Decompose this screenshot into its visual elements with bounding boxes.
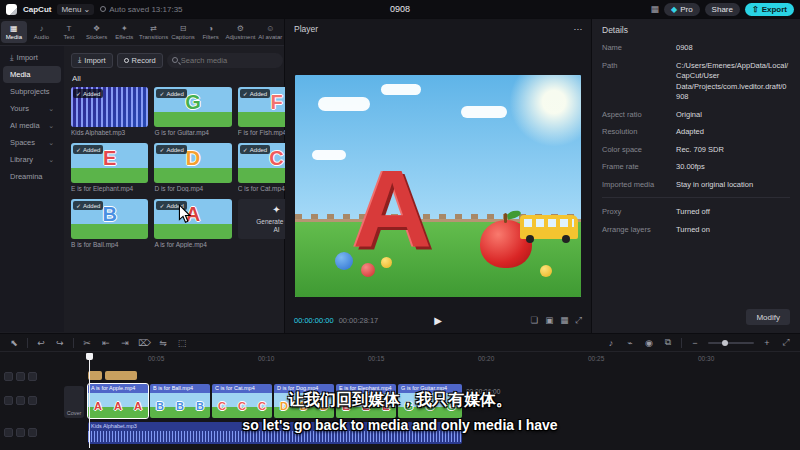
check-icon: ✓ (76, 146, 81, 153)
divider (602, 197, 790, 198)
detail-row-path: PathC:/Users/Emenes/AppData/Local/CapCut… (602, 61, 790, 103)
mouse-cursor (178, 204, 192, 224)
check-icon: ✓ (243, 146, 248, 153)
media-item[interactable]: ✓Added G G is for Guitar.mp4 (154, 87, 231, 136)
zoom-out-icon[interactable]: − (689, 338, 701, 348)
video-thumbnail: ✓Added B (71, 199, 148, 239)
captions-icon: ⊟ (180, 25, 187, 33)
text-clip[interactable] (88, 371, 102, 380)
filters-icon: ◑ (208, 25, 213, 33)
tab-media[interactable]: ▦Media (1, 21, 27, 43)
tab-adjustment[interactable]: ⚙Adjustment (225, 21, 255, 43)
sidebar-item-yours[interactable]: Yours⌄ (3, 100, 61, 117)
check-icon: ✓ (76, 202, 81, 209)
tab-stickers[interactable]: ❖Stickers (84, 21, 110, 43)
fit-timeline-icon[interactable]: ⤢ (780, 337, 792, 348)
cloud (312, 150, 346, 160)
mute-track-icon[interactable]: ♪ (605, 338, 617, 348)
subtitle-chinese: 让我们回到媒体，我只有媒体。 (0, 390, 800, 411)
ratio-icon[interactable]: ▣ (545, 315, 553, 326)
sidebar-item-subprojects[interactable]: Subprojects (3, 83, 61, 100)
record-icon (124, 58, 129, 63)
sidebar-item-import[interactable]: ⤓Import (3, 49, 61, 66)
video-preview[interactable]: A (295, 75, 581, 297)
modify-button[interactable]: Modify (746, 309, 790, 325)
track-lock-icon[interactable] (28, 372, 37, 381)
capcut-logo-icon (6, 4, 17, 15)
media-item[interactable]: ✓Added A A is for Apple.mp4 (154, 199, 231, 248)
ruler-tick: 00:05 (148, 355, 164, 362)
record-button[interactable]: Record (117, 53, 163, 68)
tab-filters[interactable]: ◑Filters (198, 21, 224, 43)
timeline-ruler[interactable]: 00:05 00:10 00:15 00:20 00:25 00:30 (0, 353, 800, 365)
select-tool-icon[interactable]: ⬉ (8, 338, 20, 348)
sparkle-icon: ✦ (272, 204, 280, 215)
delete-left-icon[interactable]: ⇤ (100, 338, 112, 348)
split-icon[interactable]: ✂ (81, 338, 93, 348)
snap-icon[interactable]: ⧉ (662, 337, 674, 348)
link-icon[interactable]: ⌁ (624, 338, 636, 348)
check-icon: ✓ (159, 90, 164, 97)
zoom-knob[interactable] (722, 340, 728, 346)
track-hide-icon[interactable] (4, 372, 13, 381)
media-item[interactable]: ✓Added E E is for Elephant.mp4 (71, 143, 148, 192)
tab-effects[interactable]: ✦Effects (111, 21, 137, 43)
tab-captions[interactable]: ⊟Captions (170, 21, 196, 43)
media-item[interactable]: ✓Added B B is for Ball.mp4 (71, 199, 148, 248)
video-thumbnail: ✓Added D (154, 143, 231, 183)
sidebar-item-ai-media[interactable]: AI media⌄ (3, 117, 61, 134)
import-icon: ⤓ (78, 55, 81, 65)
detail-row-imported-media: Imported mediaStay in original location (602, 180, 790, 191)
delete-icon[interactable]: ⌦ (138, 338, 150, 348)
mirror-icon[interactable]: ⇋ (157, 338, 169, 348)
fullscreen-icon[interactable]: ⤢ (575, 315, 582, 326)
undo-icon[interactable]: ↩ (35, 338, 47, 348)
import-icon: ⤓ (10, 53, 14, 63)
layout-icon[interactable]: ▦ (650, 4, 659, 14)
sidebar-item-dreamina[interactable]: Dreamina (3, 168, 61, 185)
media-item-audio[interactable]: ✓Added Kids Alphabet.mp3 (71, 87, 148, 136)
import-button[interactable]: ⤓Import (71, 53, 113, 68)
tab-audio[interactable]: ♪Audio (29, 21, 55, 43)
pro-button[interactable]: ◆ Pro (664, 3, 700, 16)
search-box[interactable] (167, 53, 283, 68)
share-button[interactable]: Share (705, 3, 740, 16)
topbar: CapCut Menu⌄ Auto saved 13:17:35 0908 ▦ … (0, 0, 800, 18)
redo-icon[interactable]: ↪ (54, 338, 66, 348)
video-thumbnail: ✓Added A (154, 199, 231, 239)
chevron-down-icon: ⌄ (48, 122, 54, 130)
media-grid-area: ⤓Import Record ▤ ⇅ ▽ All ✓Added Kids Alp… (64, 46, 322, 332)
timeline-zoom-slider[interactable] (708, 342, 754, 344)
added-badge: ✓Added (240, 145, 270, 154)
delete-right-icon[interactable]: ⇥ (119, 338, 131, 348)
grid-icon[interactable]: ▦ (560, 315, 568, 326)
mirror-preview-icon[interactable]: ❏ (531, 315, 539, 326)
zoom-in-icon[interactable]: + (761, 338, 773, 348)
tab-text[interactable]: TText (56, 21, 82, 43)
menu-button[interactable]: Menu⌄ (57, 4, 94, 15)
ruler-tick: 00:20 (478, 355, 494, 362)
player-menu-icon[interactable]: ⋯ (574, 24, 583, 34)
check-icon: ✓ (243, 90, 248, 97)
tab-ai-avatar[interactable]: ☺AI avatar (257, 21, 283, 43)
play-button[interactable]: ▶ (434, 315, 442, 326)
tab-transitions[interactable]: ⇄Transitions (139, 21, 168, 43)
sidebar-item-library[interactable]: Library⌄ (3, 151, 61, 168)
ruler-tick: 00:30 (698, 355, 714, 362)
magnet-icon[interactable]: ◉ (643, 338, 655, 348)
sidebar-item-media[interactable]: Media (3, 66, 61, 83)
crop-icon[interactable]: ⬚ (176, 338, 188, 348)
track-mute-icon[interactable] (16, 372, 25, 381)
sidebar-item-spaces[interactable]: Spaces⌄ (3, 134, 61, 151)
export-button[interactable]: ⇧ Export (745, 3, 794, 16)
divider (27, 338, 28, 348)
cloud (318, 97, 370, 111)
media-item-name: B is for Ball.mp4 (71, 241, 148, 248)
search-input[interactable] (181, 56, 278, 65)
text-clip[interactable] (105, 371, 137, 380)
section-label: All (72, 74, 315, 83)
media-item-name: D is for Dog.mp4 (154, 185, 231, 192)
media-item[interactable]: ✓Added D D is for Dog.mp4 (154, 143, 231, 192)
export-icon: ⇧ (752, 5, 759, 14)
ruler-tick: 00:10 (258, 355, 274, 362)
